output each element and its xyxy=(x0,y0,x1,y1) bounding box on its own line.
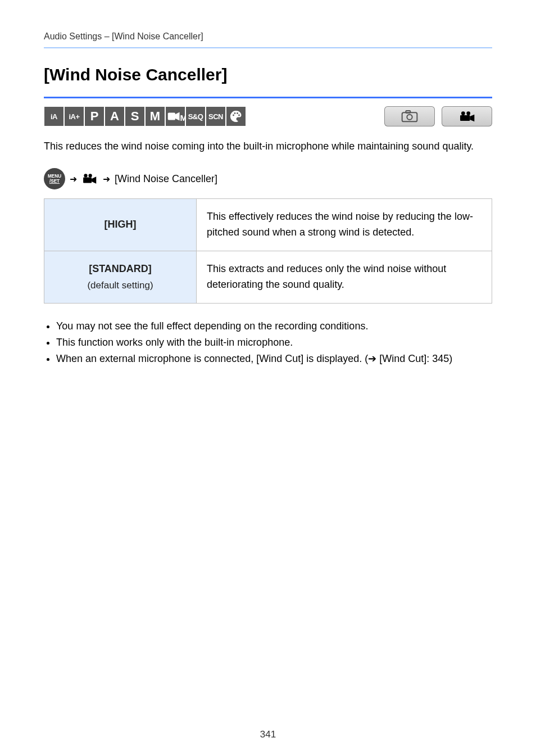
video-menu-icon xyxy=(81,172,98,185)
notes-list: You may not see the full effect dependin… xyxy=(44,318,492,366)
svg-marker-1 xyxy=(175,112,180,120)
page-title: [Wind Noise Canceller] xyxy=(44,65,492,84)
list-item: When an external microphone is connected… xyxy=(56,351,492,367)
svg-point-14 xyxy=(84,174,87,177)
svg-point-4 xyxy=(234,112,236,114)
svg-rect-0 xyxy=(168,112,175,120)
svg-rect-9 xyxy=(406,111,410,113)
svg-marker-17 xyxy=(92,176,96,184)
breadcrumb-underline xyxy=(44,47,492,48)
photo-badge-icon xyxy=(384,106,435,126)
mode-palette-icon xyxy=(226,106,246,126)
arrow-right-icon: ➜ xyxy=(103,174,110,184)
svg-text:M: M xyxy=(180,113,185,123)
svg-point-10 xyxy=(461,111,465,115)
mode-video-m-icon: M xyxy=(165,106,185,126)
mode-m-icon: M xyxy=(145,106,165,126)
mode-iaplus-icon: iA+ xyxy=(64,106,84,126)
svg-rect-12 xyxy=(460,115,470,121)
mode-row: iA iA+ P A S M M S&Q SCN xyxy=(44,106,492,126)
option-key: [HIGH] xyxy=(44,199,197,251)
svg-rect-16 xyxy=(83,178,92,183)
menu-set-icon: MENU /SET xyxy=(44,168,65,189)
svg-point-5 xyxy=(237,112,238,114)
option-desc: This extracts and reduces only the wind … xyxy=(196,251,492,303)
arrow-right-icon: ➜ xyxy=(70,174,77,184)
mode-ia-icon: iA xyxy=(44,106,64,126)
mode-scn-icon: SCN xyxy=(206,106,226,126)
video-badge-icon xyxy=(442,106,492,126)
page-number: 341 xyxy=(0,729,536,740)
breadcrumb: Audio Settings – [Wind Noise Canceller] xyxy=(44,28,492,47)
menu-path-label: [Wind Noise Canceller] xyxy=(115,173,217,185)
svg-point-8 xyxy=(407,115,412,120)
mode-s-icon: S xyxy=(125,106,145,126)
mode-sq-icon: S&Q xyxy=(185,106,206,126)
svg-point-15 xyxy=(89,174,92,177)
svg-point-3 xyxy=(233,115,234,116)
mode-icons-right xyxy=(384,106,492,126)
svg-point-6 xyxy=(238,115,240,116)
intro-text: This reduces the wind noise coming into … xyxy=(44,139,492,153)
list-item: You may not see the full effect dependin… xyxy=(56,318,492,334)
option-key: [STANDARD] (default setting) xyxy=(44,251,197,303)
svg-marker-13 xyxy=(470,115,474,122)
options-table: [HIGH] This effectively reduces the wind… xyxy=(44,198,492,304)
list-item: This function works only with the built-… xyxy=(56,334,492,351)
mode-icons-left: iA iA+ P A S M M S&Q SCN xyxy=(44,106,246,126)
title-underline xyxy=(44,97,492,98)
table-row: [STANDARD] (default setting) This extrac… xyxy=(44,251,492,303)
mode-p-icon: P xyxy=(84,106,105,126)
option-desc: This effectively reduces the wind noise … xyxy=(196,199,492,251)
svg-point-11 xyxy=(466,111,470,115)
menu-path: MENU /SET ➜ ➜ [Wind Noise Canceller] xyxy=(44,168,492,189)
table-row: [HIGH] This effectively reduces the wind… xyxy=(44,199,492,251)
mode-a-icon: A xyxy=(105,106,125,126)
